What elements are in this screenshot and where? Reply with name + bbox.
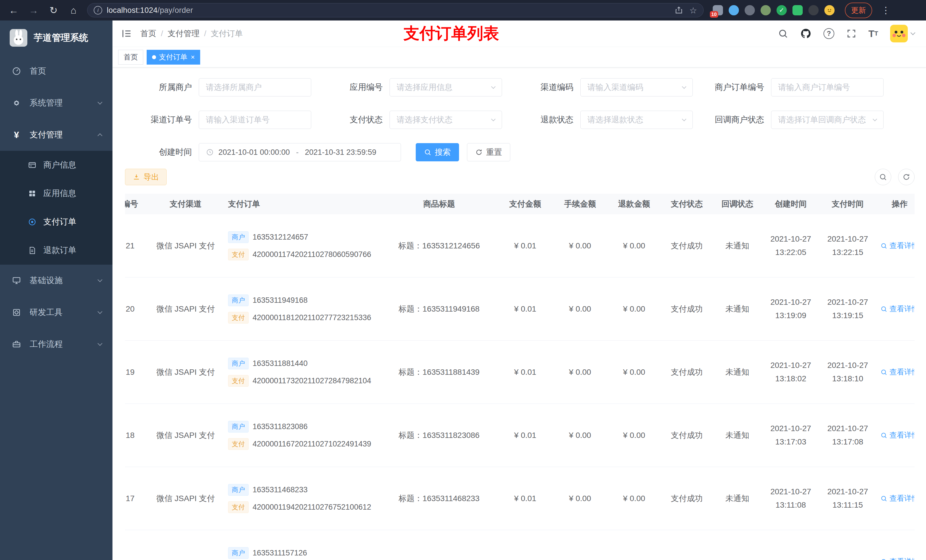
channel-code-select[interactable]: 请输入渠道编码 <box>580 78 693 97</box>
chevron-down-icon <box>873 117 877 121</box>
pay-submenu: 商户信息 应用信息 支付订单 <box>0 151 112 265</box>
screen: ← → ↻ ⌂ i localhost:1024/pay/order ☆ 10 … <box>0 0 926 560</box>
cell-fee <box>553 530 607 560</box>
sidebar-item-infra[interactable]: 基础设施 <box>0 265 112 296</box>
extension-check-icon[interactable]: ✓ <box>776 5 787 15</box>
github-icon[interactable] <box>800 28 811 39</box>
cell-amount: ¥ 0.01 <box>498 214 553 277</box>
reset-button[interactable]: 重置 <box>467 143 510 162</box>
sidebar-item-dev-tools[interactable]: 研发工具 <box>0 296 112 328</box>
monitor-icon <box>11 276 22 285</box>
sidebar-item-home[interactable]: 首页 <box>0 55 112 87</box>
pay-status-select[interactable]: 请选择支付状态 <box>390 111 502 129</box>
cell-fee: ¥ 0.00 <box>553 278 607 340</box>
refund-status-select[interactable]: 请选择退款状态 <box>580 111 693 129</box>
table-row: 21 微信 JSAPI 支付 商户 1635312124657 支付 42000… <box>125 214 915 278</box>
app-id-select[interactable]: 请选择应用信息 <box>390 78 502 97</box>
sidebar-item-pay-order[interactable]: 支付订单 <box>0 208 112 236</box>
cell-amount: ¥ 0.01 <box>498 341 553 403</box>
reload-button[interactable]: ↻ <box>47 5 60 16</box>
sidebar-item-refund-order[interactable]: 退款订单 <box>0 236 112 265</box>
merchant-select[interactable] <box>199 78 311 97</box>
chevron-down-icon <box>98 341 103 346</box>
cell-notify <box>713 530 762 560</box>
extension-icon[interactable] <box>744 5 755 15</box>
top-header: 首页 / 支付管理 / 支付订单 支付订单列表 ? <box>112 21 926 47</box>
back-button[interactable]: ← <box>8 5 20 16</box>
browser-menu-icon[interactable]: ⋮ <box>881 5 890 16</box>
cell-status <box>661 530 713 560</box>
cell-fee: ¥ 0.00 <box>553 341 607 403</box>
merchant-input[interactable] <box>206 83 304 92</box>
cell-pay-order: 商户 1635311949168 支付 42000011812021102777… <box>221 278 381 340</box>
target-icon <box>28 218 36 226</box>
chevron-down-icon <box>682 84 687 89</box>
cell-pay-order: 商户 1635311823086 支付 42000011672021102710… <box>221 404 381 466</box>
filter-field-pay-status: 支付状态 请选择支付状态 <box>316 111 502 129</box>
channel-order-no-input-wrap[interactable] <box>199 111 311 129</box>
merchant-order-no-input-wrap[interactable] <box>771 78 884 97</box>
sidebar-item-merchant-info[interactable]: 商户信息 <box>0 151 112 179</box>
refresh-button[interactable] <box>898 169 915 185</box>
extension-pin-icon[interactable] <box>808 5 819 15</box>
export-button[interactable]: 导出 <box>125 169 166 185</box>
sidebar-item-pay[interactable]: ¥ 支付管理 <box>0 119 112 151</box>
extension-icon[interactable] <box>761 5 771 15</box>
merchant-order-no-input[interactable] <box>778 83 876 92</box>
extension-icon[interactable] <box>729 5 739 15</box>
search-icon[interactable] <box>778 29 788 39</box>
safe-box-icon <box>11 308 22 317</box>
help-icon[interactable]: ? <box>823 28 834 39</box>
filter-field-channel-order-no: 渠道订单号 <box>125 111 311 129</box>
toggle-search-button[interactable] <box>875 169 891 185</box>
site-info-icon[interactable]: i <box>94 6 102 15</box>
update-button[interactable]: 更新 <box>845 3 872 18</box>
grid-icon <box>28 189 36 198</box>
sidebar-item-system[interactable]: 系统管理 <box>0 87 112 119</box>
cell-amount <box>498 530 553 560</box>
search-button[interactable]: 搜索 <box>416 143 459 162</box>
cell-channel <box>150 530 221 560</box>
sidebar-item-workflow[interactable]: 工作流程 <box>0 328 112 360</box>
font-size-icon[interactable]: TT <box>869 28 878 39</box>
cell-pay-time: 2021-10-27 13:22:15 <box>819 214 876 277</box>
view-detail-link[interactable]: 查看详情 <box>881 367 915 377</box>
view-detail-link[interactable]: 查看详情 <box>881 241 915 251</box>
home-button[interactable]: ⌂ <box>67 5 80 16</box>
fullscreen-icon[interactable] <box>846 29 856 39</box>
menu-fold-icon[interactable] <box>121 28 132 39</box>
extension-chat-icon[interactable] <box>793 5 803 15</box>
cell-create-time <box>762 530 819 560</box>
create-time-range-picker[interactable]: 2021-10-01 00:00:00 - 2021-10-31 23:59:5… <box>199 143 401 162</box>
merchant-order-no: 1635311949168 <box>253 296 307 305</box>
channel-order-no-input[interactable] <box>206 115 304 124</box>
forward-button[interactable]: → <box>27 5 40 16</box>
user-menu[interactable] <box>890 25 915 42</box>
chevron-down-icon <box>491 84 496 89</box>
tab-home[interactable]: 首页 <box>118 50 143 65</box>
cell-create-time: 2021-10-27 13:11:08 <box>762 467 819 530</box>
extension-face-icon[interactable] <box>825 5 835 15</box>
cell-pay-time: 2021-10-27 13:17:08 <box>819 404 876 466</box>
cell-amount: ¥ 0.01 <box>498 467 553 530</box>
breadcrumb: 首页 / 支付管理 / 支付订单 <box>141 28 243 39</box>
view-detail-link[interactable]: 查看详情 <box>881 430 915 440</box>
extension-icon[interactable]: 10 <box>713 5 723 15</box>
view-detail-link[interactable]: 查看详情 <box>881 494 915 503</box>
notify-status-select[interactable]: 请选择订单回调商户状态 <box>771 111 884 129</box>
pay-order-no: 4200001174202110278060590766 <box>253 250 371 259</box>
tab-pay-order[interactable]: 支付订单 × <box>147 50 200 65</box>
view-detail-link[interactable]: 查看详情 <box>881 304 915 314</box>
pay-tag: 支付 <box>228 375 248 387</box>
cell-channel: 微信 JSAPI 支付 <box>150 404 221 466</box>
share-icon[interactable] <box>675 6 683 15</box>
address-bar[interactable]: i localhost:1024/pay/order ☆ <box>87 3 704 17</box>
bookmark-star-icon[interactable]: ☆ <box>689 5 697 15</box>
close-icon[interactable]: × <box>191 54 195 60</box>
sidebar-item-app-info[interactable]: 应用信息 <box>0 179 112 208</box>
yen-icon: ¥ <box>11 130 22 140</box>
pay-order-no: 4200001181202110277723215336 <box>253 313 371 322</box>
view-detail-link[interactable]: 查看详情 <box>881 557 915 560</box>
cell-notify: 未通知 <box>713 341 762 403</box>
cell-status: 支付成功 <box>661 467 713 530</box>
